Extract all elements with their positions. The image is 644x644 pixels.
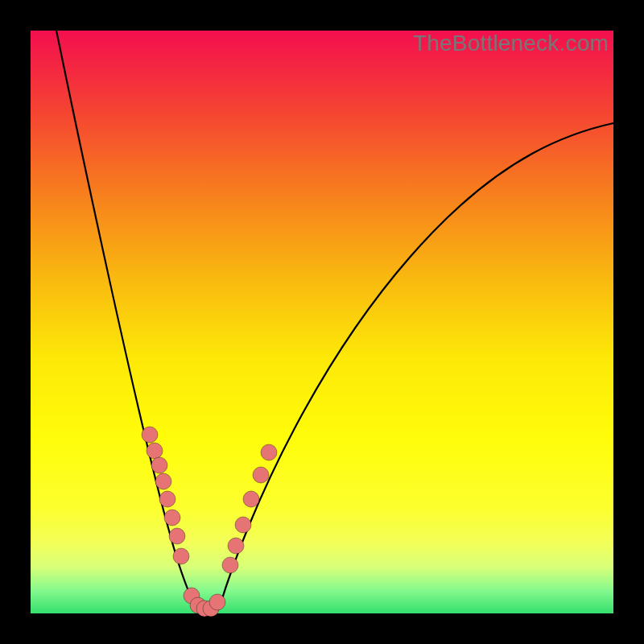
gradient-panel: TheBottleneck.com <box>31 31 613 613</box>
data-dot <box>253 467 269 483</box>
curve-right <box>220 123 613 606</box>
data-dot <box>147 443 163 459</box>
data-dot <box>173 548 189 564</box>
data-dot <box>155 473 171 489</box>
data-dot <box>261 444 277 460</box>
data-dot <box>243 491 259 507</box>
stage: TheBottleneck.com <box>0 0 644 644</box>
data-dot <box>169 528 185 544</box>
data-dot <box>151 457 167 473</box>
data-dot <box>222 557 238 573</box>
curve-plot <box>31 31 613 613</box>
data-dot <box>235 517 251 533</box>
data-dot <box>159 491 175 507</box>
data-dot <box>209 594 225 610</box>
data-dot <box>164 510 180 526</box>
data-dot <box>228 538 244 554</box>
data-dot <box>142 427 158 443</box>
